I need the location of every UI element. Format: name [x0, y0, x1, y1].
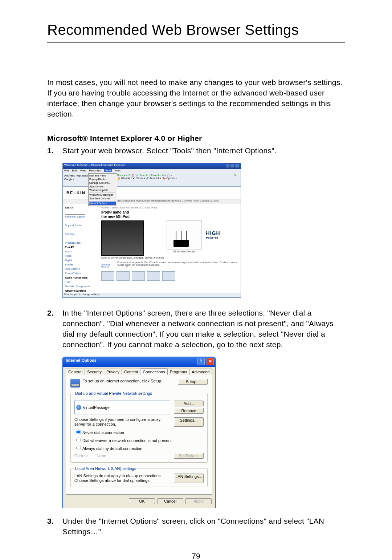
sidebar-apple[interactable]: Apple Accessories [65, 276, 96, 280]
sidebar-wireless[interactable]: Wireless [65, 297, 96, 298]
sidebar-pureav[interactable]: PureAV [65, 245, 96, 249]
globe-icon [76, 405, 81, 410]
close-button[interactable]: ✕ [207, 358, 214, 365]
dialog-title: Internet Options [66, 358, 97, 362]
step-2-text: In the "Internet Options" screen, there … [62, 308, 345, 350]
sidebar-support[interactable]: Support Center [65, 223, 96, 228]
sidebar-pc[interactable]: Pc/Mac [65, 263, 96, 267]
thumb[interactable] [162, 271, 175, 281]
connection-icon [70, 379, 80, 387]
dropdown-mail[interactable]: Mail and News [89, 174, 116, 178]
toolbar-icons-2[interactable]: 🔒 0 blocked ✔ Check ▾ 🔗 AutoLink ▾ 🔖 Opt… [117, 177, 177, 179]
dropdown-sync[interactable]: Synchronize... [89, 185, 116, 188]
sidebar-power[interactable]: Power/Cables [65, 271, 96, 276]
dropdown-java[interactable]: Sun Java Console [89, 197, 116, 200]
page-number: 79 [47, 552, 345, 560]
step-3: 3. Under the "Internet Options" screen, … [47, 516, 345, 537]
cancel-button[interactable]: Cancel [157, 498, 183, 504]
site-sidebar: Search Advanced Search Support Center Sp… [63, 204, 98, 297]
router-icon [173, 240, 189, 247]
dialog-footer: OK Cancel Apply [66, 495, 212, 505]
sidebar-adv[interactable]: Advanced Search [65, 215, 96, 219]
site-main: HOME > WIRELESS NETWORK ACCESSORIES iPod… [98, 204, 241, 297]
menu-view[interactable]: View [80, 169, 86, 172]
menu-tools[interactable]: Tools [104, 169, 113, 172]
dialog-titlebar: Internet Options ? ✕ [63, 357, 215, 367]
belkin-logo: BELKIN [66, 191, 86, 195]
tab-general[interactable]: General [66, 369, 85, 375]
dropdown-addons[interactable]: Manage Add-ons... [89, 181, 116, 185]
browser-screenshot: Welcome to Belkin - Microsoft Internet E… [62, 163, 241, 298]
step-3-number: 3. [47, 516, 62, 537]
status-bar: Enables you to change settings. [63, 293, 241, 297]
thumb[interactable] [101, 271, 114, 281]
search-input[interactable] [65, 210, 85, 215]
connections-panel: To set up an Internet connection, click … [66, 375, 212, 495]
radio-always-input[interactable] [76, 446, 81, 450]
solution-link[interactable]: Solution Center [101, 263, 114, 268]
page-title: Recommended Web Browser Settings [47, 22, 345, 43]
step-2-number: 2. [47, 308, 62, 350]
thumbnail-row [101, 271, 238, 281]
thumb[interactable] [117, 271, 130, 281]
lan-text: LAN Settings do not apply to dial-up con… [74, 474, 171, 483]
radio-when-input[interactable] [76, 438, 81, 442]
thumb[interactable] [147, 271, 160, 281]
add-button[interactable]: Add... [174, 401, 204, 406]
solution-text: Choose your approach. Our Wizards match … [117, 261, 238, 268]
sidebar-mac[interactable]: Mac/Mac Components [65, 284, 96, 289]
apply-button: Apply [185, 498, 212, 504]
ok-button[interactable]: OK [129, 498, 155, 504]
radio-never-input[interactable] [76, 430, 81, 434]
dropdown-messenger[interactable]: Windows Messenger [89, 193, 116, 197]
sidebar-net[interactable]: Network/Wireless [65, 289, 96, 293]
address-toolbar: Address http://www.belkin.c Google - Mai… [63, 173, 241, 187]
lan-legend: Local Area Network (LAN) settings [74, 466, 137, 471]
lan-fieldset: Local Area Network (LAN) settings LAN Se… [70, 466, 208, 487]
vpn-listbox[interactable]: VirtualPassage [74, 401, 170, 414]
internet-options-dialog: Internet Options ? ✕ General Security Pr… [62, 357, 216, 508]
radio-always-dial[interactable]: Always dial my default connection [74, 444, 204, 451]
menu-favorites[interactable]: Favorites [89, 169, 101, 172]
product-title: iPod® nano andthe new 5G iPod [101, 210, 238, 219]
sidebar-products[interactable]: Product Lines [65, 241, 96, 245]
menu-file[interactable]: File [64, 169, 69, 172]
tab-content[interactable]: Content [122, 369, 141, 375]
current-value: None [97, 454, 106, 458]
thumb[interactable] [132, 271, 145, 281]
step-1-number: 1. [47, 146, 62, 156]
sidebar-ipod[interactable]: iPod [65, 280, 96, 284]
ipod-image [101, 220, 144, 256]
dropdown-popup[interactable]: Pop-up Blocker [89, 178, 116, 181]
tab-privacy[interactable]: Privacy [104, 369, 122, 375]
ipod-caption: Dock-to-go FM transmitters, chargers, ca… [101, 256, 164, 259]
tab-advanced[interactable]: Advanced [189, 369, 212, 375]
help-button[interactable]: ? [197, 358, 205, 365]
lan-settings-button[interactable]: LAN Settings... [174, 474, 204, 483]
toolbar-icons[interactable]: Back ▾ ✕ ⟳ 🏠 🔍 Search ☆ Favorites ✉ ▾ ⬚ … [117, 174, 172, 176]
tab-security[interactable]: Security [85, 369, 104, 375]
sidebar-digital[interactable]: Digital [65, 258, 96, 263]
setup-button[interactable]: Setup... [178, 379, 208, 385]
dropdown-update[interactable]: Windows Update [89, 188, 116, 192]
sidebar-tunecast[interactable]: TuneCast® II [65, 267, 96, 271]
go-button[interactable]: Go [234, 174, 237, 176]
dropdown-internet-options[interactable]: Internet Options... [89, 202, 116, 205]
tab-connections[interactable]: Connections [140, 368, 167, 375]
menu-edit[interactable]: Edit [72, 169, 77, 172]
sidebar-audio[interactable]: Audio [65, 249, 96, 254]
window-buttons [225, 163, 239, 169]
tab-programs[interactable]: Programs [167, 369, 190, 375]
radio-dial-when-no-network[interactable]: Dial whenever a network connection is no… [74, 436, 204, 443]
sidebar-specials[interactable]: Specials [65, 232, 96, 236]
intro-paragraph: In most cases, you will not need to make… [47, 77, 345, 119]
subsection-heading: Microsoft® Internet Explorer 4.0 or High… [47, 134, 345, 143]
menu-help[interactable]: Help [115, 169, 121, 172]
radio-never-dial[interactable]: Never dial a connection [74, 428, 204, 435]
remove-button[interactable]: Remove [174, 408, 204, 414]
breadcrumb: HOME > WIRELESS NETWORK ACCESSORIES [101, 206, 238, 209]
dialog-tabs: General Security Privacy Content Connect… [66, 368, 212, 375]
sidebar-video[interactable]: Video [65, 254, 96, 258]
settings-button[interactable]: Settings... [174, 417, 204, 427]
tools-dropdown[interactable]: Mail and News Pop-up Blocker Manage Add-… [88, 173, 117, 206]
